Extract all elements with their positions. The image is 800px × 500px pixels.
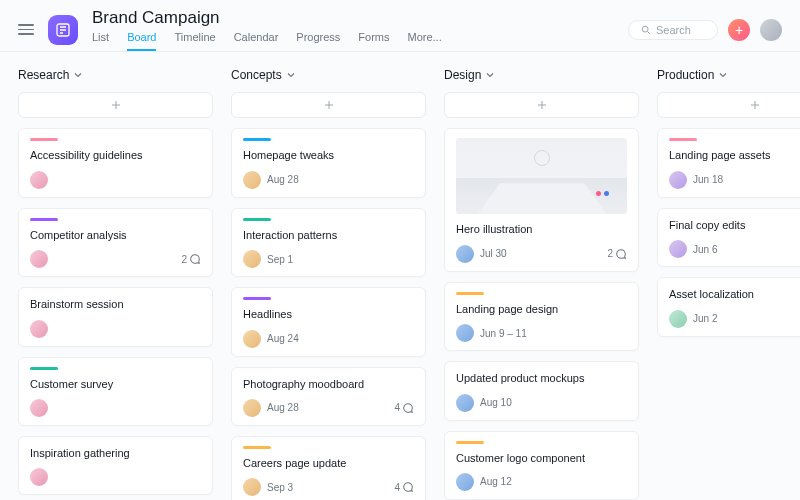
menu-icon[interactable] bbox=[18, 24, 34, 35]
card-meta: Jun 6 bbox=[669, 240, 800, 258]
assignee-avatar bbox=[243, 250, 261, 268]
card-meta: Jun 2 bbox=[669, 310, 800, 328]
column-title: Research bbox=[18, 68, 69, 82]
add-card-button[interactable] bbox=[18, 92, 213, 118]
card-date: Jun 6 bbox=[693, 244, 717, 255]
card-meta: Aug 24 bbox=[243, 330, 414, 348]
card[interactable]: Photography moodboardAug 284 bbox=[231, 367, 426, 426]
card-meta bbox=[30, 399, 201, 417]
svg-point-1 bbox=[642, 26, 648, 32]
card-meta: Jun 9 – 11 bbox=[456, 324, 627, 342]
search-icon bbox=[641, 25, 651, 35]
card[interactable]: Customer logo componentAug 12 bbox=[444, 431, 639, 500]
assignee-avatar bbox=[669, 240, 687, 258]
card[interactable]: HeadlinesAug 24 bbox=[231, 287, 426, 356]
card-title: Brainstorm session bbox=[30, 297, 201, 312]
tab-list[interactable]: List bbox=[92, 31, 109, 51]
card-comments: 2 bbox=[607, 248, 627, 260]
add-card-button[interactable] bbox=[231, 92, 426, 118]
project-title: Brand Campaign bbox=[92, 8, 614, 28]
card-tag bbox=[30, 218, 58, 221]
card-title: Competitor analysis bbox=[30, 228, 201, 243]
board: ResearchAccessibility guidelinesCompetit… bbox=[0, 52, 800, 500]
card[interactable]: Competitor analysis2 bbox=[18, 208, 213, 277]
add-button[interactable]: + bbox=[728, 19, 750, 41]
card[interactable]: Customer survey bbox=[18, 357, 213, 426]
column-production: ProductionLanding page assetsJun 18Final… bbox=[657, 68, 800, 500]
card[interactable]: Inspiration gathering bbox=[18, 436, 213, 495]
card-meta: Jun 18 bbox=[669, 171, 800, 189]
card-date: Jun 18 bbox=[693, 174, 723, 185]
assignee-avatar bbox=[243, 399, 261, 417]
assignee-avatar bbox=[669, 310, 687, 328]
card-meta: Aug 12 bbox=[456, 473, 627, 491]
assignee-avatar bbox=[243, 171, 261, 189]
card-title: Hero illustration bbox=[456, 222, 627, 237]
card-meta bbox=[30, 468, 201, 486]
tab-timeline[interactable]: Timeline bbox=[174, 31, 215, 51]
tab-board[interactable]: Board bbox=[127, 31, 156, 51]
assignee-avatar bbox=[243, 478, 261, 496]
column-title: Production bbox=[657, 68, 714, 82]
search-placeholder: Search bbox=[656, 24, 691, 36]
card[interactable]: Updated product mockupsAug 10 bbox=[444, 361, 639, 420]
card-tag bbox=[669, 138, 697, 141]
add-card-button[interactable] bbox=[444, 92, 639, 118]
tab-forms[interactable]: Forms bbox=[358, 31, 389, 51]
project-icon bbox=[48, 15, 78, 45]
tab-more[interactable]: More... bbox=[408, 31, 442, 51]
card[interactable]: Interaction patternsSep 1 bbox=[231, 208, 426, 277]
chevron-down-icon bbox=[719, 71, 727, 79]
card-date: Jun 9 – 11 bbox=[480, 328, 527, 339]
add-card-button[interactable] bbox=[657, 92, 800, 118]
card-comments: 2 bbox=[181, 253, 201, 265]
assignee-avatar bbox=[456, 245, 474, 263]
card-comments: 4 bbox=[394, 481, 414, 493]
card[interactable]: Final copy editsJun 6 bbox=[657, 208, 800, 267]
card[interactable]: Asset localizationJun 2 bbox=[657, 277, 800, 336]
user-avatar[interactable] bbox=[760, 19, 782, 41]
card-title: Homepage tweaks bbox=[243, 148, 414, 163]
card-tag bbox=[456, 292, 484, 295]
assignee-avatar bbox=[30, 399, 48, 417]
card[interactable]: Landing page designJun 9 – 11 bbox=[444, 282, 639, 351]
card-tag bbox=[456, 441, 484, 444]
card-tag bbox=[30, 367, 58, 370]
column-title: Design bbox=[444, 68, 481, 82]
card[interactable]: Accessibility guidelines bbox=[18, 128, 213, 197]
assignee-avatar bbox=[243, 330, 261, 348]
tab-progress[interactable]: Progress bbox=[296, 31, 340, 51]
card[interactable]: Careers page updateSep 34 bbox=[231, 436, 426, 500]
card-title: Updated product mockups bbox=[456, 371, 627, 386]
card-date: Aug 10 bbox=[480, 397, 512, 408]
assignee-avatar bbox=[30, 250, 48, 268]
card-date: Aug 24 bbox=[267, 333, 299, 344]
card[interactable]: Hero illustrationJul 302 bbox=[444, 128, 639, 271]
card-date: Sep 3 bbox=[267, 482, 293, 493]
column-design: DesignHero illustrationJul 302 Landing p… bbox=[444, 68, 639, 500]
column-header[interactable]: Concepts bbox=[231, 68, 426, 82]
card[interactable]: Brainstorm session bbox=[18, 287, 213, 346]
tab-calendar[interactable]: Calendar bbox=[234, 31, 279, 51]
assignee-avatar bbox=[456, 473, 474, 491]
column-research: ResearchAccessibility guidelinesCompetit… bbox=[18, 68, 213, 500]
card-tag bbox=[243, 218, 271, 221]
assignee-avatar bbox=[30, 320, 48, 338]
card[interactable]: Homepage tweaksAug 28 bbox=[231, 128, 426, 197]
column-header[interactable]: Production bbox=[657, 68, 800, 82]
card-title: Photography moodboard bbox=[243, 377, 414, 392]
search-input[interactable]: Search bbox=[628, 20, 718, 40]
card-title: Inspiration gathering bbox=[30, 446, 201, 461]
card-date: Jun 2 bbox=[693, 313, 717, 324]
card-title: Customer logo component bbox=[456, 451, 627, 466]
card-meta bbox=[30, 171, 201, 189]
card[interactable]: Landing page assetsJun 18 bbox=[657, 128, 800, 197]
card-tag bbox=[30, 138, 58, 141]
card-date: Aug 12 bbox=[480, 476, 512, 487]
card-title: Asset localization bbox=[669, 287, 800, 302]
view-tabs: ListBoardTimelineCalendarProgressFormsMo… bbox=[92, 31, 614, 51]
chevron-down-icon bbox=[287, 71, 295, 79]
column-header[interactable]: Research bbox=[18, 68, 213, 82]
column-header[interactable]: Design bbox=[444, 68, 639, 82]
card-date: Sep 1 bbox=[267, 254, 293, 265]
